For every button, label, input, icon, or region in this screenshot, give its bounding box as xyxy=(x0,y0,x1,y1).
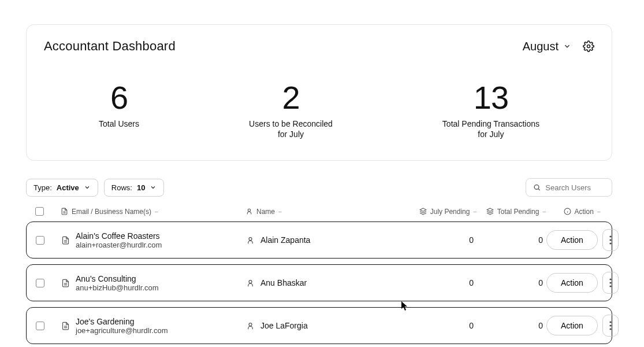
svg-point-20 xyxy=(609,279,611,280)
row-menu-button[interactable] xyxy=(602,229,619,251)
action-button[interactable]: Action xyxy=(546,316,598,335)
user-name: Alain Zapanta xyxy=(260,235,310,245)
gear-icon xyxy=(583,40,594,52)
page-title: Accountant Dashboard xyxy=(44,39,176,54)
sort-icon: – xyxy=(278,208,282,215)
svg-line-2 xyxy=(538,189,539,190)
user-icon xyxy=(246,322,255,330)
svg-marker-7 xyxy=(487,208,493,211)
july-pending-value: 0 xyxy=(408,235,477,245)
svg-point-25 xyxy=(249,323,252,326)
svg-point-13 xyxy=(249,237,252,240)
stat-pending-transactions: 13 Total Pending Transactions for July xyxy=(442,82,539,139)
action-button[interactable]: Action xyxy=(546,273,598,293)
user-icon xyxy=(246,236,255,245)
total-pending-value: 0 xyxy=(477,321,546,330)
col-total-pending[interactable]: Total Pending – xyxy=(477,208,546,216)
col-name-label: Name xyxy=(256,208,275,216)
business-email: anu+bizHub@hurdlr.com xyxy=(76,283,159,292)
search-box[interactable] xyxy=(526,178,612,197)
chevron-down-icon xyxy=(84,184,91,191)
stat-users-reconciled: 2 Users to be Reconciled for July xyxy=(249,82,333,139)
stat-label: Total Pending Transactions for July xyxy=(442,119,539,139)
row-checkbox[interactable] xyxy=(36,236,44,245)
month-label: August xyxy=(523,40,559,53)
summary-card: Accountant Dashboard August 6 Total User… xyxy=(26,24,612,161)
rows-filter-value: 10 xyxy=(137,183,145,192)
stack-icon xyxy=(486,208,494,215)
table-header: Email / Business Name(s) – Name – July P… xyxy=(26,207,612,222)
july-pending-value: 0 xyxy=(408,321,477,330)
total-pending-value: 0 xyxy=(477,278,546,287)
row-checkbox[interactable] xyxy=(36,322,44,330)
business-email: alain+roaster@hurdlr.com xyxy=(76,241,162,249)
svg-point-16 xyxy=(609,243,611,245)
stat-label: Total Users xyxy=(99,119,139,129)
total-pending-value: 0 xyxy=(477,235,546,245)
row-menu-button[interactable] xyxy=(602,272,619,294)
type-filter-label: Type: xyxy=(33,183,52,192)
sort-icon: – xyxy=(155,208,158,215)
col-name[interactable]: Name – xyxy=(245,208,407,216)
search-input[interactable] xyxy=(545,183,605,192)
table-row: Joe's Gardening joe+agriculture@hurdlr.c… xyxy=(26,307,612,344)
stat-total-users: 6 Total Users xyxy=(99,82,139,139)
chevron-down-icon xyxy=(150,184,157,191)
user-name: Anu Bhaskar xyxy=(260,278,307,287)
table-row: Anu's Consulting anu+bizHub@hurdlr.com A… xyxy=(26,264,612,301)
type-filter[interactable]: Type: Active xyxy=(26,179,98,197)
svg-marker-6 xyxy=(420,208,426,211)
stat-label: Users to be Reconciled for July xyxy=(249,119,333,139)
search-icon xyxy=(533,183,541,192)
stat-value: 2 xyxy=(249,82,333,114)
chevron-down-icon xyxy=(563,42,571,50)
svg-point-14 xyxy=(609,236,611,238)
kebab-icon xyxy=(609,278,612,287)
document-icon xyxy=(61,236,70,245)
sort-icon: – xyxy=(597,208,601,215)
user-name: Joe LaForgia xyxy=(260,321,308,330)
svg-point-22 xyxy=(609,286,611,287)
table-row: Alain's Coffee Roasters alain+roaster@hu… xyxy=(26,222,612,259)
kebab-icon xyxy=(609,235,612,245)
type-filter-value: Active xyxy=(57,183,79,192)
kebab-icon xyxy=(609,321,612,330)
col-july-pending[interactable]: July Pending – xyxy=(407,208,477,216)
document-icon xyxy=(61,208,68,215)
action-button[interactable]: Action xyxy=(546,230,598,250)
svg-point-19 xyxy=(249,280,252,283)
stack-icon xyxy=(419,208,427,215)
rows-filter[interactable]: Rows: 10 xyxy=(104,179,165,197)
svg-point-27 xyxy=(609,325,611,327)
rows-filter-label: Rows: xyxy=(111,183,132,192)
col-email-label: Email / Business Name(s) xyxy=(72,208,151,216)
user-icon xyxy=(245,208,253,215)
svg-point-5 xyxy=(248,209,250,212)
svg-point-15 xyxy=(609,239,611,241)
month-picker[interactable]: August xyxy=(523,40,571,53)
row-checkbox[interactable] xyxy=(36,279,44,287)
svg-point-0 xyxy=(587,45,590,48)
svg-point-1 xyxy=(534,185,539,190)
business-name: Alain's Coffee Roasters xyxy=(76,231,162,241)
settings-button[interactable] xyxy=(583,40,594,52)
stat-value: 13 xyxy=(442,82,539,114)
row-menu-button[interactable] xyxy=(602,315,619,337)
business-name: Anu's Consulting xyxy=(76,274,159,283)
user-icon xyxy=(246,279,255,287)
document-icon xyxy=(61,279,70,287)
july-pending-value: 0 xyxy=(408,278,477,287)
select-all-checkbox[interactable] xyxy=(35,207,44,216)
business-name: Joe's Gardening xyxy=(76,317,168,326)
svg-point-28 xyxy=(609,328,611,330)
col-email[interactable]: Email / Business Name(s) – xyxy=(61,208,245,216)
business-email: joe+agriculture@hurdlr.com xyxy=(76,326,168,335)
col-total-label: Total Pending xyxy=(497,208,539,216)
svg-point-21 xyxy=(609,282,611,284)
info-icon xyxy=(564,208,571,215)
document-icon xyxy=(61,322,70,330)
col-action[interactable]: Action – xyxy=(546,208,618,216)
col-action-label: Action xyxy=(575,208,594,216)
col-july-label: July Pending xyxy=(430,208,470,216)
stat-value: 6 xyxy=(99,82,139,114)
